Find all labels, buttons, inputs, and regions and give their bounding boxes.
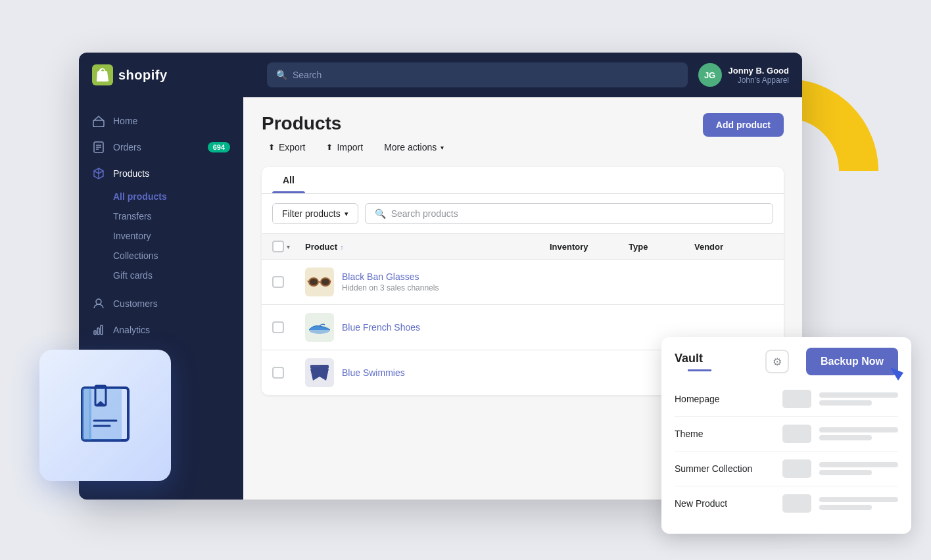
sidebar-item-customers[interactable]: Customers bbox=[79, 291, 243, 317]
customers-icon bbox=[92, 297, 105, 310]
sidebar-item-analytics[interactable]: Analytics bbox=[79, 317, 243, 343]
tab-all[interactable]: All bbox=[272, 167, 305, 193]
product-thumb-1 bbox=[305, 268, 334, 296]
analytics-icon bbox=[92, 323, 105, 337]
sidebar-products-label: Products bbox=[113, 168, 149, 179]
vault-label-homepage: Homepage bbox=[675, 394, 775, 404]
vault-header: Vault ⚙ Backup Now bbox=[661, 337, 911, 375]
svg-line-26 bbox=[330, 281, 331, 282]
book-icon bbox=[76, 383, 135, 448]
sidebar-item-orders[interactable]: Orders 694 bbox=[79, 134, 243, 160]
vault-row-homepage: Homepage bbox=[675, 382, 898, 417]
svg-point-22 bbox=[310, 279, 318, 285]
checkbox-chevron-icon: ▾ bbox=[287, 243, 290, 250]
svg-rect-29 bbox=[310, 365, 320, 367]
col-header-vendor: Vendor bbox=[694, 242, 723, 252]
vault-row-summer: Summer Collection bbox=[675, 452, 898, 486]
user-store: John's Apparel bbox=[728, 76, 789, 85]
topbar: shopify 🔍 Search JG Jonny B. Good John's… bbox=[79, 53, 802, 97]
filter-products-button[interactable]: Filter products ▾ bbox=[272, 203, 358, 224]
vault-lines-4 bbox=[819, 497, 898, 510]
svg-rect-2 bbox=[82, 388, 91, 440]
search-placeholder: Search bbox=[293, 70, 322, 80]
select-all-checkbox[interactable] bbox=[272, 241, 284, 252]
products-tabs: All bbox=[262, 167, 784, 194]
page-header: Products ⬆ Export ⬆ Import More actions bbox=[262, 113, 784, 156]
import-button[interactable]: ⬆ Import bbox=[320, 138, 370, 156]
sidebar-analytics-label: Analytics bbox=[113, 325, 150, 335]
shopify-logo-text: shopify bbox=[118, 68, 168, 83]
backup-now-button[interactable]: Backup Now bbox=[806, 348, 898, 375]
product-thumb-2 bbox=[305, 313, 334, 342]
vault-title: Vault bbox=[675, 352, 711, 365]
gear-icon: ⚙ bbox=[773, 356, 782, 368]
search-icon: 🔍 bbox=[276, 70, 287, 80]
orders-badge: 694 bbox=[208, 142, 230, 152]
vault-thumb-4 bbox=[782, 494, 811, 513]
vault-lines-2 bbox=[819, 427, 898, 440]
vault-lines-1 bbox=[819, 392, 898, 406]
chevron-down-icon: ▾ bbox=[441, 144, 444, 151]
product-name-2[interactable]: Blue French Shoes bbox=[342, 322, 420, 333]
product-sub-1: Hidden on 3 sales channels bbox=[342, 283, 439, 292]
svg-point-23 bbox=[322, 279, 329, 285]
sidebar-item-products[interactable]: Products bbox=[79, 160, 243, 187]
svg-rect-13 bbox=[94, 331, 96, 335]
sidebar-subitem-gift-cards[interactable]: Gift cards bbox=[79, 266, 243, 285]
add-product-button[interactable]: Add product bbox=[703, 113, 784, 137]
col-header-product: Product bbox=[305, 242, 337, 252]
sidebar-subitem-collections[interactable]: Collections bbox=[79, 246, 243, 266]
export-button[interactable]: ⬆ Export bbox=[262, 138, 312, 156]
svg-rect-15 bbox=[101, 325, 103, 335]
sidebar-subitem-all-products[interactable]: All products bbox=[79, 187, 243, 206]
app-icon-card bbox=[39, 350, 171, 481]
sidebar-customers-label: Customers bbox=[113, 298, 158, 309]
search-products-placeholder: Search products bbox=[391, 208, 458, 219]
vault-label-summer: Summer Collection bbox=[675, 463, 775, 474]
vault-gear-button[interactable]: ⚙ bbox=[765, 350, 789, 373]
search-products-input[interactable]: 🔍 Search products bbox=[365, 203, 773, 224]
search-products-icon: 🔍 bbox=[375, 208, 386, 219]
vault-body: Homepage Theme Summer Collection Ne bbox=[661, 375, 911, 534]
product-thumb-3 bbox=[305, 358, 334, 387]
svg-line-25 bbox=[308, 281, 308, 282]
vault-label-theme: Theme bbox=[675, 429, 775, 439]
row-checkbox-1[interactable] bbox=[272, 276, 284, 288]
svg-point-12 bbox=[96, 299, 101, 304]
svg-rect-14 bbox=[97, 328, 99, 335]
user-avatar[interactable]: JG bbox=[698, 63, 722, 87]
sidebar-orders-label: Orders bbox=[113, 142, 141, 152]
col-header-inventory: Inventory bbox=[550, 242, 588, 252]
table-header: ▾ Product ↑ Inventory Type Vendor bbox=[262, 234, 784, 260]
vault-row-theme: Theme bbox=[675, 417, 898, 452]
vault-underline bbox=[688, 369, 711, 371]
products-icon bbox=[92, 167, 105, 180]
vault-row-new-product: New Product bbox=[675, 486, 898, 521]
vault-thumb-3 bbox=[782, 459, 811, 478]
vault-lines-3 bbox=[819, 462, 898, 475]
import-icon: ⬆ bbox=[326, 143, 333, 152]
logo-area: shopify bbox=[92, 64, 256, 85]
header-actions: ⬆ Export ⬆ Import More actions ▾ bbox=[262, 138, 450, 156]
user-info: Jonny B. Good John's Apparel bbox=[728, 66, 789, 85]
svg-rect-7 bbox=[93, 120, 104, 127]
col-header-type: Type bbox=[629, 242, 648, 252]
product-name-1[interactable]: Black Ban Glasses bbox=[342, 271, 439, 282]
global-search-bar[interactable]: 🔍 Search bbox=[267, 62, 688, 87]
filter-label: Filter products bbox=[282, 208, 341, 219]
sidebar-item-home[interactable]: Home bbox=[79, 108, 243, 134]
filter-chevron-icon: ▾ bbox=[345, 210, 348, 218]
user-area: JG Jonny B. Good John's Apparel bbox=[698, 63, 789, 87]
sidebar-subitem-transfers[interactable]: Transfers bbox=[79, 206, 243, 226]
sidebar-home-label: Home bbox=[113, 116, 137, 126]
sort-icon: ↑ bbox=[341, 244, 344, 251]
row-checkbox-3[interactable] bbox=[272, 367, 284, 379]
page-title: Products bbox=[262, 113, 450, 134]
shopify-logo-icon bbox=[92, 64, 113, 85]
row-checkbox-2[interactable] bbox=[272, 321, 284, 333]
sidebar-subitem-inventory[interactable]: Inventory bbox=[79, 226, 243, 246]
table-row: Black Ban Glasses Hidden on 3 sales chan… bbox=[262, 260, 784, 305]
more-actions-button[interactable]: More actions ▾ bbox=[377, 138, 450, 156]
product-name-3[interactable]: Blue Swimmies bbox=[342, 367, 405, 378]
vault-thumb-2 bbox=[782, 425, 811, 443]
